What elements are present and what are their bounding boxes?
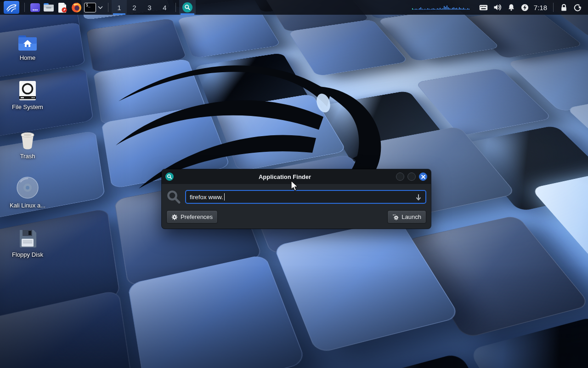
spectrum-bar [451,9,452,10]
trash-icon [18,130,37,150]
launcher-terminal[interactable]: $_ [83,1,97,14]
text-caret [224,193,225,201]
spectrum-bar [448,7,449,10]
clock[interactable]: 7:18 [534,4,547,12]
spectrum-bar [466,9,467,10]
chevron-down-icon[interactable] [98,6,103,9]
button-row-spacer [218,210,387,224]
desktop-icon-label: Trash [6,153,50,160]
titlebar[interactable]: Application Finder [162,169,431,184]
hard-disk-icon [18,80,37,101]
desktop-icon-label: File System [6,104,50,110]
maximize-button[interactable] [407,172,416,181]
desktop-icon-home[interactable]: Home [6,25,50,61]
file-manager-icon [43,3,54,12]
firefox-icon [71,2,82,13]
window-title: Application Finder [174,173,396,180]
logout-icon[interactable] [571,1,584,14]
desktop-icon-file-system[interactable]: File System [6,74,50,110]
keyboard-icon[interactable] [477,1,491,14]
search-icon [166,190,181,204]
desktop-icon-floppy-disk[interactable]: Floppy Disk [6,222,50,258]
wallpaper-cube [177,7,281,58]
spectrum-bar [456,8,457,10]
launcher-file-manager[interactable] [42,1,56,14]
workspace-button-4[interactable]: 4 [157,0,172,15]
desktop-window-icon [30,3,40,12]
desktop-icon-label: Kali Linux a... [6,202,50,209]
app-finder-icon [165,172,174,181]
spectrum-bar [437,8,438,10]
close-button[interactable] [419,172,427,181]
spectrum-bar [455,8,456,10]
lock-icon[interactable] [557,1,571,14]
launcher-text-editor[interactable] [56,1,69,14]
spectrum-bar [426,9,427,10]
desktop-icon-label: Floppy Disk [6,251,50,258]
desktop-icon-trash[interactable]: Trash [6,123,50,160]
launch-button[interactable]: Launch [387,210,426,224]
floppy-disk-icon [18,229,37,248]
spectrum-bar [422,9,423,10]
kali-menu-button[interactable] [4,1,19,14]
spectrum-bar [434,9,435,10]
dropdown-arrow-icon[interactable] [415,194,422,201]
workspace-button-3[interactable]: 3 [142,0,157,15]
spectrum-bar [467,8,468,10]
optical-disc-icon [16,176,39,199]
power-manager-icon[interactable] [518,1,532,14]
spectrum-bar [423,9,424,10]
spectrum-bar [441,9,442,10]
gear-icon [171,214,178,220]
spectrum-bar [464,9,465,10]
launcher-firefox[interactable] [69,1,83,14]
home-folder-icon [17,35,38,52]
desktop-icon-kali-linux[interactable]: Kali Linux a... [6,172,50,209]
spectrum-bar [431,9,432,10]
workspace-button-1[interactable]: 1 [112,0,127,15]
panel-separator [175,3,176,12]
spectrum-bar [418,9,418,10]
spectrum-bar [447,6,447,10]
spectrum-bar [416,9,417,10]
kali-menu-icon [6,2,17,12]
preferences-button[interactable]: Preferences [166,210,218,224]
system-tray: 7:18 [477,1,584,14]
panel-separator [553,3,554,12]
workspace-label: 2 [132,4,136,12]
volume-icon[interactable] [491,1,504,14]
spectrum-bar [438,9,439,10]
spectrum-bar [419,8,420,10]
app-finder-icon [182,2,192,12]
close-icon [421,175,425,179]
spectrum-bar [429,9,430,10]
spectrum-bar [453,7,454,10]
spectrum-bar [435,9,436,10]
search-input-value: firefox www. [190,194,223,201]
notifications-icon[interactable] [504,1,518,14]
spectrum-bar [459,7,460,10]
spectrum-bar [449,8,450,10]
spectrum-bar [440,8,441,10]
workspace-label: 3 [147,4,151,12]
spectrum-bar [460,8,461,10]
spectrum-bar [415,9,416,10]
minimize-button[interactable] [396,172,404,181]
panel-separator [108,3,108,12]
panel-separator [24,3,25,12]
launcher-desktop-app[interactable] [28,1,42,14]
spectrum-bar [442,8,443,10]
spectrum-bar [412,8,413,10]
spectrum-bar [458,9,458,10]
preferences-label: Preferences [181,213,213,220]
audio-spectrum-monitor [412,5,469,10]
spectrum-bar [427,8,428,10]
spectrum-bar [420,7,421,10]
spectrum-bar [424,9,425,10]
search-input[interactable]: firefox www. [185,190,426,204]
application-finder-window: Application Finder firefox www. [162,169,431,229]
task-app-finder[interactable] [179,0,196,15]
spectrum-bar [452,8,453,10]
workspace-button-2[interactable]: 2 [127,0,142,15]
desktop-root: $_ 1 2 3 4 [0,0,588,368]
